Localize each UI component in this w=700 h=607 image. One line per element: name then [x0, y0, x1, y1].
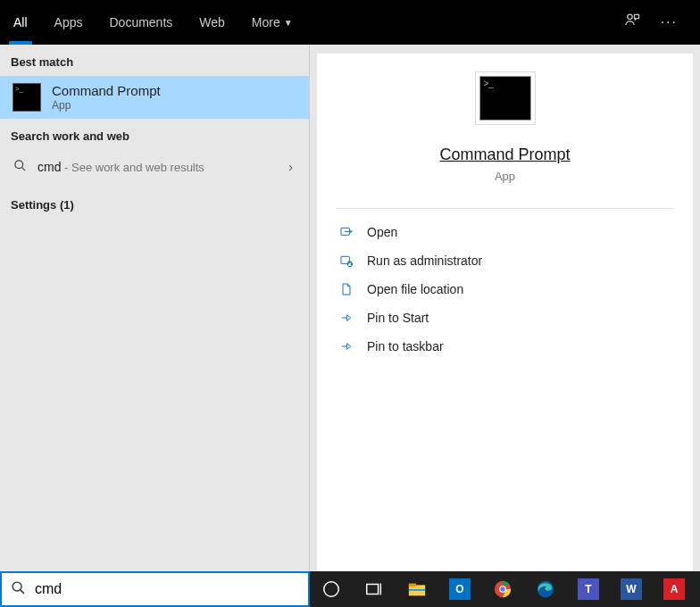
teams-button[interactable]: T: [567, 571, 610, 607]
tab-all-label: All: [13, 15, 28, 29]
pin-taskbar-icon: [338, 339, 354, 353]
action-run-admin[interactable]: Run as administrator: [338, 246, 671, 275]
search-icon: [11, 580, 26, 599]
web-tail-text: - See work and web results: [61, 161, 204, 174]
svg-rect-13: [409, 589, 425, 591]
preview-panel: Command Prompt App Open Run as administr…: [310, 45, 700, 571]
file-location-icon: [338, 282, 354, 296]
tab-documents-label: Documents: [109, 15, 172, 29]
results-panel: Best match Command Prompt App Search wor…: [0, 45, 310, 571]
tab-more-label: More: [252, 15, 280, 29]
best-match-label: Best match: [0, 45, 309, 76]
outlook-button[interactable]: O: [438, 571, 481, 607]
tab-apps-label: Apps: [54, 15, 83, 29]
svg-point-8: [324, 582, 339, 597]
action-pin-taskbar[interactable]: Pin to taskbar: [338, 332, 671, 361]
pin-icon: [338, 311, 354, 325]
action-run-admin-label: Run as administrator: [367, 254, 482, 268]
action-open[interactable]: Open: [338, 218, 671, 246]
svg-point-16: [500, 586, 505, 592]
svg-point-0: [627, 14, 631, 19]
preview-title[interactable]: Command Prompt: [317, 146, 693, 164]
edge-button[interactable]: [524, 571, 567, 607]
search-web-label: Search work and web: [0, 119, 309, 150]
action-pin-start[interactable]: Pin to Start: [338, 304, 671, 332]
action-open-label: Open: [367, 225, 397, 239]
svg-rect-12: [409, 584, 416, 587]
action-pin-start-label: Pin to Start: [367, 311, 429, 325]
best-match-result[interactable]: Command Prompt App: [0, 76, 309, 119]
web-search-result[interactable]: cmd - See work and web results ›: [0, 150, 309, 184]
taskbar: O T W A: [0, 571, 700, 607]
chevron-right-icon: ›: [288, 160, 296, 174]
result-subtitle: App: [52, 99, 161, 112]
action-open-location-label: Open file location: [367, 282, 463, 296]
action-list: Open Run as administrator Open file loca…: [317, 218, 693, 361]
result-title: Command Prompt: [52, 83, 161, 99]
tab-web[interactable]: Web: [186, 0, 238, 45]
search-panels: Best match Command Prompt App Search wor…: [0, 45, 700, 571]
search-tabs-bar: All Apps Documents Web More▼ ···: [0, 0, 700, 45]
tab-more[interactable]: More▼: [238, 0, 306, 45]
svg-line-2: [21, 167, 25, 170]
feedback-icon[interactable]: [623, 12, 641, 33]
admin-icon: [338, 254, 354, 268]
action-pin-taskbar-label: Pin to taskbar: [367, 339, 444, 353]
tab-all[interactable]: All: [0, 0, 41, 45]
preview-subtitle: App: [317, 170, 693, 183]
preview-inner: Command Prompt App Open Run as administr…: [317, 54, 693, 571]
open-icon: [338, 225, 354, 239]
task-view-button[interactable]: [353, 571, 396, 607]
more-options-icon[interactable]: ···: [661, 14, 678, 30]
preview-app-icon: [479, 76, 531, 121]
command-prompt-icon: [12, 83, 41, 112]
svg-point-5: [347, 262, 352, 266]
cortana-button[interactable]: [310, 571, 353, 607]
svg-point-6: [12, 582, 21, 591]
svg-rect-9: [367, 585, 379, 595]
tab-apps[interactable]: Apps: [41, 0, 96, 45]
chrome-button[interactable]: [481, 571, 524, 607]
svg-line-7: [21, 589, 24, 593]
acrobat-button[interactable]: A: [653, 571, 696, 607]
tab-web-label: Web: [199, 15, 225, 29]
svg-point-1: [14, 161, 22, 169]
search-input[interactable]: [35, 581, 299, 597]
web-query-text: cmd: [38, 160, 61, 174]
action-open-location[interactable]: Open file location: [338, 275, 671, 304]
preview-separator: [337, 208, 673, 209]
chevron-down-icon: ▼: [284, 18, 293, 28]
settings-section-label: Settings (1): [0, 184, 309, 219]
tab-documents[interactable]: Documents: [96, 0, 186, 45]
taskbar-search-box[interactable]: [0, 571, 310, 607]
search-icon: [12, 159, 27, 175]
word-button[interactable]: W: [610, 571, 653, 607]
taskbar-items: O T W A: [310, 571, 696, 607]
file-explorer-button[interactable]: [396, 571, 438, 607]
